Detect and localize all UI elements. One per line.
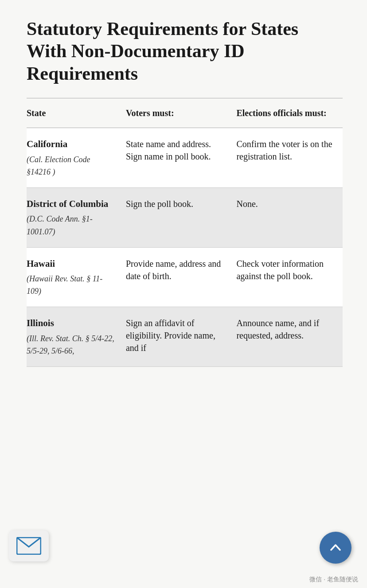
- header-officials-must: Elections officials must:: [232, 98, 343, 128]
- state-name: California: [27, 138, 115, 151]
- voters-must-cell-dc: Sign the poll book.: [121, 187, 232, 247]
- requirements-table: State Voters must: Elections officials m…: [27, 98, 343, 367]
- chevron-up-icon: [329, 541, 342, 554]
- table-row: Hawaii (Hawaii Rev. Stat. § 11-109) Prov…: [27, 247, 343, 307]
- officials-must-cell-hawaii: Check voter information against the poll…: [232, 247, 343, 307]
- header-voters-must: Voters must:: [121, 98, 232, 128]
- state-citation: (Hawaii Rev. Stat. § 11-109): [27, 274, 102, 296]
- state-cell-california: California (Cal. Election Code §14216 ): [27, 128, 121, 188]
- table-header-row: State Voters must: Elections officials m…: [27, 98, 343, 128]
- officials-must-cell-california: Confirm the voter is on the registration…: [232, 128, 343, 188]
- table-row: California (Cal. Election Code §14216 ) …: [27, 128, 343, 188]
- table-row: District of Columbia (D.C. Code Ann. §1-…: [27, 187, 343, 247]
- state-name: District of Columbia: [27, 198, 115, 210]
- voters-must-cell-illinois: Sign an affidavit of eligibility. Provid…: [121, 307, 232, 367]
- mail-icon: [16, 537, 41, 555]
- state-name: Illinois: [27, 317, 115, 330]
- state-cell-illinois: Illinois (Ill. Rev. Stat. Ch. § 5/4-22, …: [27, 307, 121, 367]
- header-state: State: [27, 98, 121, 128]
- wechat-watermark: 微信 · 老鱼随便说: [309, 576, 358, 584]
- page-container: Statutory Requirements for States With N…: [0, 0, 367, 588]
- state-citation: (D.C. Code Ann. §1-1001.07): [27, 214, 93, 236]
- officials-must-cell-illinois: Announce name, and if requested, address…: [232, 307, 343, 367]
- state-citation: (Ill. Rev. Stat. Ch. § 5/4-22, 5/5-29, 5…: [27, 334, 114, 355]
- page-title: Statutory Requirements for States With N…: [27, 18, 343, 85]
- state-citation: (Cal. Election Code §14216 ): [27, 155, 90, 176]
- scroll-top-button[interactable]: [320, 532, 351, 564]
- mail-icon-overlay: [9, 530, 49, 561]
- officials-must-cell-dc: None.: [232, 187, 343, 247]
- state-name: Hawaii: [27, 257, 115, 270]
- voters-must-cell-california: State name and address. Sign name in pol…: [121, 128, 232, 188]
- state-cell-hawaii: Hawaii (Hawaii Rev. Stat. § 11-109): [27, 247, 121, 307]
- state-cell-dc: District of Columbia (D.C. Code Ann. §1-…: [27, 187, 121, 247]
- voters-must-cell-hawaii: Provide name, address and date of birth.: [121, 247, 232, 307]
- table-row: Illinois (Ill. Rev. Stat. Ch. § 5/4-22, …: [27, 307, 343, 367]
